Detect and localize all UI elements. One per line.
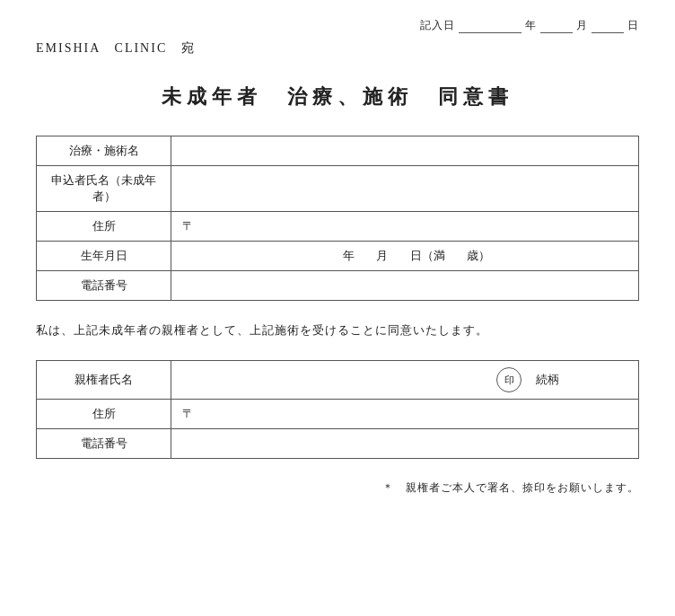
birthday-month: 月: [362, 248, 388, 264]
guardian-phone-label: 電話番号: [37, 429, 171, 459]
clinic-header: EMISHIA CLINIC 宛: [36, 40, 639, 57]
phone-value: [171, 271, 639, 301]
document-title: 未成年者 治療、施術 同意書: [36, 84, 639, 110]
birthday-year: 年: [320, 248, 355, 264]
table-row: 治療・施術名: [37, 136, 639, 166]
table-row: 電話番号: [37, 429, 639, 459]
treatment-value: [171, 136, 639, 166]
birthday-value: 年 月 日（満 歳）: [171, 242, 639, 271]
applicant-name-label: 申込者氏名（未成年者）: [37, 166, 171, 212]
birthday-label: 生年月日: [37, 242, 171, 271]
month-label: 月: [576, 19, 588, 31]
footer-note: ＊ 親権者ご本人で署名、捺印をお願いします。: [36, 480, 639, 496]
applicant-table: 治療・施術名 申込者氏名（未成年者） 住所 〒 生年月日 年 月 日（満 歳） …: [36, 136, 639, 301]
guardian-phone-value: [171, 429, 639, 459]
clinic-name: EMISHIA CLINIC 宛: [36, 41, 196, 55]
guardian-name-label: 親権者氏名: [37, 361, 171, 400]
table-row: 住所 〒: [37, 400, 639, 429]
address-value: 〒: [171, 212, 639, 242]
birthday-day: 日（満: [395, 248, 444, 264]
date-label: 記入日: [420, 19, 455, 31]
guardian-name-value: 印 続柄: [171, 361, 639, 400]
day-label: 日: [627, 19, 639, 31]
table-row: 親権者氏名 印 続柄: [37, 361, 639, 400]
treatment-label: 治療・施術名: [37, 136, 171, 166]
table-row: 生年月日 年 月 日（満 歳）: [37, 242, 639, 271]
guardian-address-value: 〒: [171, 400, 639, 429]
relation-label: 続柄: [536, 372, 559, 388]
guardian-table: 親権者氏名 印 続柄 住所 〒 電話番号: [36, 360, 639, 459]
birthday-age: 歳）: [452, 248, 490, 264]
year-label: 年: [525, 19, 537, 31]
guardian-address-label: 住所: [37, 400, 171, 429]
table-row: 申込者氏名（未成年者）: [37, 166, 639, 212]
seal-icon: 印: [496, 367, 522, 392]
applicant-name-value: [171, 166, 639, 212]
phone-label: 電話番号: [37, 271, 171, 301]
table-row: 住所 〒: [37, 212, 639, 242]
table-row: 電話番号: [37, 271, 639, 301]
consent-text: 私は、上記未成年者の親権者として、上記施術を受けることに同意いたします。: [36, 322, 639, 339]
date-entry: 記入日 年 月 日: [36, 18, 639, 33]
address-label: 住所: [37, 212, 171, 242]
